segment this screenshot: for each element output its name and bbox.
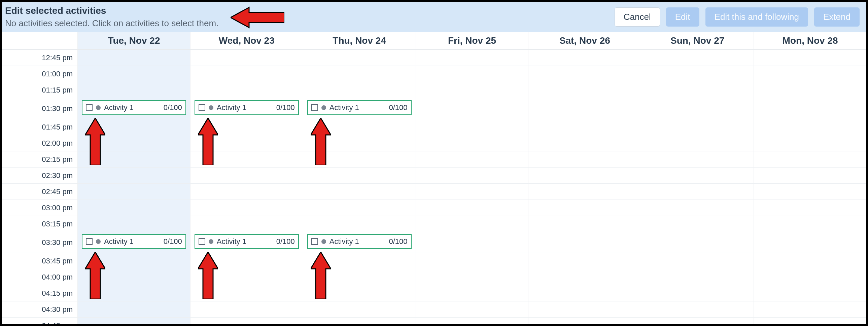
grid-cell[interactable] [190, 135, 303, 151]
grid-cell[interactable]: Activity 10/100 [78, 232, 190, 253]
grid-cell[interactable] [303, 119, 416, 135]
grid-cell[interactable] [78, 152, 190, 167]
activity-card[interactable]: Activity 10/100 [82, 234, 186, 249]
grid-cell[interactable] [303, 66, 416, 82]
grid-cell[interactable] [641, 285, 753, 301]
grid-cell[interactable] [753, 184, 866, 199]
grid-cell[interactable] [641, 82, 753, 98]
grid-cell[interactable] [416, 232, 528, 253]
grid-cell[interactable] [190, 301, 303, 317]
activity-card[interactable]: Activity 10/100 [194, 234, 299, 249]
grid-cell[interactable] [190, 318, 303, 326]
grid-cell[interactable]: Activity 10/100 [303, 232, 416, 253]
grid-cell[interactable]: Activity 10/100 [78, 98, 190, 119]
grid-cell[interactable] [641, 119, 753, 135]
grid-cell[interactable] [753, 216, 866, 232]
grid-cell[interactable] [416, 119, 528, 135]
activity-checkbox[interactable] [198, 104, 205, 111]
grid-cell[interactable] [528, 135, 641, 151]
grid-cell[interactable] [641, 135, 753, 151]
grid-cell[interactable] [753, 66, 866, 82]
grid-cell[interactable] [641, 301, 753, 317]
grid-cell[interactable] [528, 119, 641, 135]
grid-cell[interactable] [190, 269, 303, 285]
activity-checkbox[interactable] [86, 104, 93, 111]
grid-cell[interactable] [753, 200, 866, 216]
grid-cell[interactable] [528, 82, 641, 98]
activity-card[interactable]: Activity 10/100 [82, 100, 186, 115]
grid-cell[interactable] [528, 200, 641, 216]
grid-cell[interactable] [190, 167, 303, 183]
grid-cell[interactable] [641, 269, 753, 285]
grid-cell[interactable]: Activity 10/100 [190, 232, 303, 253]
grid-cell[interactable] [190, 119, 303, 135]
activity-checkbox[interactable] [198, 238, 205, 245]
grid-cell[interactable] [416, 318, 528, 326]
grid-cell[interactable] [641, 50, 753, 66]
grid-cell[interactable] [416, 200, 528, 216]
grid-cell[interactable] [641, 216, 753, 232]
grid-cell[interactable] [78, 301, 190, 317]
grid-cell[interactable] [416, 184, 528, 199]
grid-cell[interactable] [303, 285, 416, 301]
grid-cell[interactable] [416, 98, 528, 119]
grid-cell[interactable] [303, 167, 416, 183]
grid-cell[interactable] [416, 167, 528, 183]
grid-cell[interactable] [528, 216, 641, 232]
grid-cell[interactable] [78, 135, 190, 151]
grid-cell[interactable] [190, 184, 303, 199]
extend-button[interactable]: Extend [814, 7, 860, 27]
grid-cell[interactable] [303, 318, 416, 326]
grid-cell[interactable] [753, 50, 866, 66]
grid-cell[interactable] [303, 301, 416, 317]
activity-checkbox[interactable] [311, 104, 318, 111]
grid-cell[interactable] [641, 200, 753, 216]
grid-cell[interactable] [303, 216, 416, 232]
grid-cell[interactable] [190, 152, 303, 167]
activity-card[interactable]: Activity 10/100 [194, 100, 299, 115]
grid-cell[interactable] [753, 119, 866, 135]
grid-cell[interactable] [303, 200, 416, 216]
grid-cell[interactable] [641, 66, 753, 82]
grid-cell[interactable] [78, 216, 190, 232]
grid-cell[interactable] [641, 253, 753, 269]
grid-cell[interactable] [190, 50, 303, 66]
grid-cell[interactable] [190, 285, 303, 301]
grid-cell[interactable] [303, 269, 416, 285]
grid-cell[interactable] [528, 50, 641, 66]
grid-cell[interactable] [78, 119, 190, 135]
grid-cell[interactable] [641, 184, 753, 199]
grid-cell[interactable] [753, 253, 866, 269]
grid-cell[interactable] [303, 135, 416, 151]
grid-cell[interactable] [78, 184, 190, 199]
grid-cell[interactable] [303, 152, 416, 167]
grid-cell[interactable] [416, 301, 528, 317]
grid-cell[interactable] [641, 232, 753, 253]
grid-cell[interactable] [528, 253, 641, 269]
grid-cell[interactable] [416, 253, 528, 269]
grid-cell[interactable] [753, 82, 866, 98]
grid-cell[interactable] [190, 216, 303, 232]
activity-checkbox[interactable] [86, 238, 93, 245]
grid-cell[interactable] [528, 269, 641, 285]
grid-cell[interactable] [753, 318, 866, 326]
grid-cell[interactable] [753, 269, 866, 285]
grid-cell[interactable] [528, 98, 641, 119]
grid-cell[interactable] [641, 152, 753, 167]
grid-cell[interactable] [78, 269, 190, 285]
grid-cell[interactable] [641, 318, 753, 326]
grid-cell[interactable] [190, 82, 303, 98]
grid-cell[interactable] [416, 285, 528, 301]
grid-cell[interactable] [190, 253, 303, 269]
grid-cell[interactable] [528, 167, 641, 183]
grid-cell[interactable] [753, 167, 866, 183]
grid-cell[interactable] [416, 269, 528, 285]
grid-cell[interactable] [528, 232, 641, 253]
grid-cell[interactable] [641, 167, 753, 183]
grid-cell[interactable] [528, 66, 641, 82]
grid-cell[interactable]: Activity 10/100 [303, 98, 416, 119]
grid-cell[interactable] [641, 98, 753, 119]
grid-cell[interactable] [528, 301, 641, 317]
edit-following-button[interactable]: Edit this and following [706, 7, 808, 27]
grid-cell[interactable] [78, 318, 190, 326]
